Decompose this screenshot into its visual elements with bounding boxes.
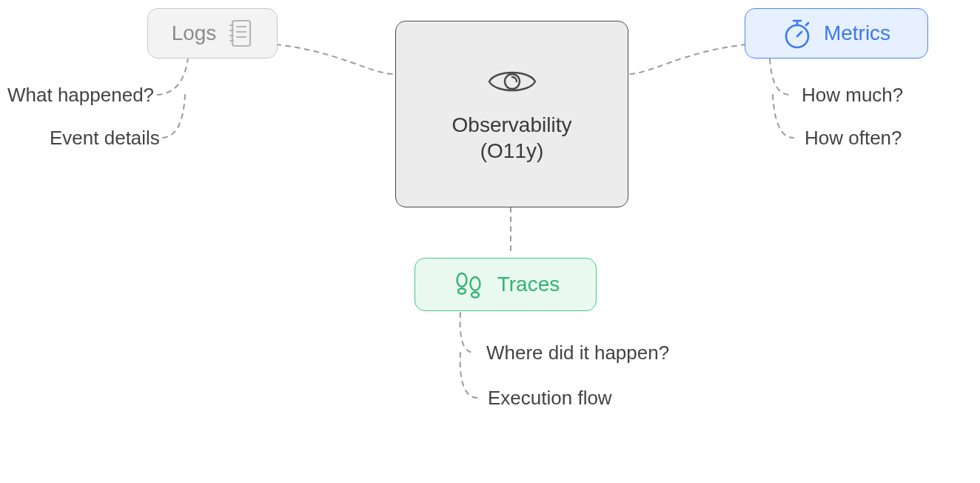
svg-line-13 bbox=[806, 23, 808, 25]
center-title: Observability (O11y) bbox=[452, 112, 572, 164]
svg-point-15 bbox=[458, 289, 466, 294]
traces-label: Traces bbox=[497, 273, 560, 296]
metrics-label: Metrics bbox=[824, 21, 890, 45]
pillar-node-metrics: Metrics bbox=[745, 8, 928, 59]
center-title-line1: Observability bbox=[452, 112, 572, 138]
svg-rect-1 bbox=[232, 21, 250, 46]
svg-point-14 bbox=[457, 273, 466, 287]
pillar-node-logs: Logs bbox=[147, 8, 278, 59]
footprints-icon bbox=[452, 269, 486, 300]
notebook-icon bbox=[228, 19, 253, 48]
eye-icon bbox=[486, 64, 538, 99]
logs-annotation-2: Event details bbox=[50, 127, 160, 150]
center-title-line2: (O11y) bbox=[452, 138, 572, 164]
center-node-observability: Observability (O11y) bbox=[395, 21, 628, 207]
svg-point-17 bbox=[471, 293, 479, 298]
traces-annotation-1: Where did it happen? bbox=[486, 342, 669, 364]
metrics-annotation-1: How much? bbox=[802, 84, 903, 107]
svg-line-10 bbox=[797, 32, 802, 36]
traces-annotation-2: Execution flow bbox=[488, 387, 612, 410]
observability-diagram: Observability (O11y) Logs What happened?… bbox=[0, 0, 980, 483]
logs-annotation-1: What happened? bbox=[7, 84, 154, 107]
metrics-annotation-2: How often? bbox=[805, 127, 902, 150]
logs-label: Logs bbox=[172, 21, 217, 45]
svg-point-16 bbox=[470, 277, 480, 290]
stopwatch-icon bbox=[782, 17, 812, 50]
pillar-node-traces: Traces bbox=[415, 258, 597, 311]
